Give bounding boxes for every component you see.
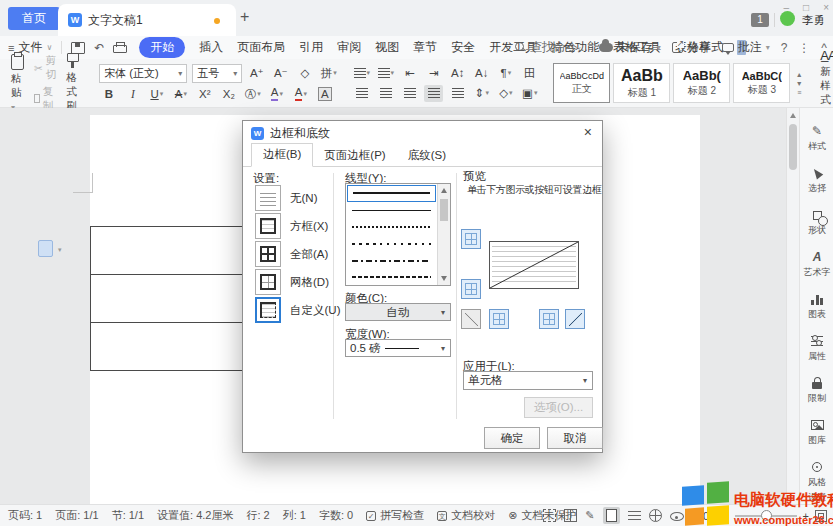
bold-button[interactable]: B: [99, 86, 118, 103]
new-tab-button[interactable]: +: [240, 8, 249, 26]
font-name-select[interactable]: 宋体 (正文)▾: [99, 64, 187, 83]
style-heading1[interactable]: AaBb 标题 1: [613, 63, 670, 103]
line-spacing-button[interactable]: ⇕▾: [472, 85, 491, 102]
sidebar-item-styles[interactable]: ✎样式: [800, 124, 833, 153]
user-name[interactable]: 李勇: [802, 13, 825, 28]
style-heading2[interactable]: AaBb( 标题 2: [673, 63, 730, 103]
share-button[interactable]: 分享: [672, 39, 711, 56]
proofread-button[interactable]: 文文档校对: [437, 508, 495, 523]
grow-font-button[interactable]: A⁺: [247, 65, 266, 82]
dialog-close-button[interactable]: ×: [584, 125, 592, 139]
show-marks-button[interactable]: ¶▾: [496, 65, 515, 82]
more-menu-button[interactable]: ⋮: [798, 41, 810, 55]
char-shading-button[interactable]: A: [315, 86, 334, 103]
diagonal-down-border-button[interactable]: [565, 309, 585, 329]
scrollbar-thumb[interactable]: [789, 124, 797, 170]
sidebar-item-shapes[interactable]: 形状: [800, 208, 833, 237]
line-style-list[interactable]: [345, 183, 451, 286]
strikethrough-button[interactable]: A▾: [171, 86, 190, 103]
status-word-count[interactable]: 字数: 0: [319, 508, 353, 523]
style-normal[interactable]: AaBbCcDd 正文: [553, 63, 610, 103]
border-preview-box[interactable]: [489, 241, 579, 289]
subscript-button[interactable]: X₂: [219, 86, 238, 103]
sidebar-item-chart[interactable]: 图表: [800, 292, 833, 321]
gallery-more-button[interactable]: ≡: [797, 89, 801, 96]
pinyin-guide-button[interactable]: 拼▾: [319, 65, 338, 82]
spellcheck-button[interactable]: ✓拼写检查: [366, 508, 424, 523]
dialog-titlebar[interactable]: W 边框和底纹: [243, 121, 602, 145]
outline-view-icon[interactable]: [628, 511, 641, 522]
ribbon-tab-section[interactable]: 章节: [413, 39, 437, 56]
distribute-button[interactable]: [448, 85, 467, 102]
undo-icon[interactable]: ↶: [94, 42, 104, 54]
line-style-dash-dense[interactable]: [347, 269, 436, 286]
apply-to-select[interactable]: 单元格 ▾: [463, 371, 593, 390]
font-size-select[interactable]: 五号▾: [192, 64, 242, 83]
sidebar-item-gallery[interactable]: 图库: [800, 418, 833, 447]
sidebar-item-properties[interactable]: 属性: [800, 334, 833, 363]
diagonal-up-border-button[interactable]: [461, 309, 481, 329]
line-style-dashed[interactable]: [347, 235, 436, 252]
help-button[interactable]: ?: [781, 41, 788, 55]
scrollbar-thumb[interactable]: [440, 199, 448, 221]
sort-button[interactable]: A↓: [472, 65, 491, 82]
ribbon-tab-references[interactable]: 引用: [299, 39, 323, 56]
superscript-button[interactable]: X²: [195, 86, 214, 103]
outdent-button[interactable]: ⇤: [400, 65, 419, 82]
gallery-down-button[interactable]: ▼: [796, 80, 803, 87]
line-style-dash-dot[interactable]: [347, 252, 436, 269]
width-select[interactable]: 0.5 磅 ▾: [345, 339, 451, 357]
line-style-dotted[interactable]: [347, 219, 436, 236]
new-style-button[interactable]: A̲A 新样式 ▾: [814, 59, 833, 107]
save-status[interactable]: 未保存 ▾: [599, 39, 661, 56]
ribbon-tab-security[interactable]: 安全: [451, 39, 475, 56]
scroll-down-icon[interactable]: [441, 276, 447, 281]
bullet-list-button[interactable]: ▾: [352, 65, 371, 82]
align-right-button[interactable]: [400, 85, 419, 102]
save-icon[interactable]: [71, 42, 85, 54]
document-tab[interactable]: W 文字文稿1: [58, 4, 236, 36]
shading-button[interactable]: ◇▾: [496, 85, 515, 102]
style-heading3[interactable]: AaBbC( 标题 3: [733, 63, 790, 103]
ribbon-tab-review[interactable]: 审阅: [337, 39, 361, 56]
user-avatar[interactable]: [780, 11, 795, 26]
top-border-button[interactable]: [461, 229, 481, 249]
command-search[interactable]: 查找命令...: [515, 39, 588, 56]
tab-shading[interactable]: 底纹(S): [397, 145, 457, 167]
paste-options-icon[interactable]: [38, 240, 53, 257]
italic-button[interactable]: I: [123, 86, 142, 103]
sidebar-item-restrict[interactable]: 限制: [800, 376, 833, 405]
right-border-button[interactable]: [539, 309, 559, 329]
column-view-icon[interactable]: [564, 509, 577, 522]
insert-table-button[interactable]: 田: [520, 65, 539, 82]
align-center-button[interactable]: [376, 85, 395, 102]
font-color-button[interactable]: A▾: [291, 86, 310, 103]
setting-custom[interactable]: 自定义(U): [255, 297, 340, 323]
paste-button[interactable]: 粘贴 ▾: [5, 54, 30, 112]
justify-button[interactable]: [424, 85, 443, 102]
ribbon-tab-page-layout[interactable]: 页面布局: [237, 39, 285, 56]
left-border-button[interactable]: [489, 309, 509, 329]
print-icon[interactable]: [113, 45, 127, 53]
line-style-scrollbar[interactable]: [437, 184, 450, 285]
ribbon-tab-insert[interactable]: 插入: [199, 39, 223, 56]
sidebar-item-wordart[interactable]: A艺术字: [800, 250, 833, 279]
ink-view-icon[interactable]: ✎: [585, 510, 594, 521]
maximize-button[interactable]: □: [803, 2, 809, 13]
text-effects-button[interactable]: Ⓐ▾: [243, 86, 262, 103]
setting-all[interactable]: 全部(A): [255, 241, 328, 267]
web-view-icon[interactable]: [649, 509, 662, 522]
numbered-list-button[interactable]: ▾: [376, 65, 395, 82]
bottom-border-button[interactable]: [461, 279, 481, 299]
sidebar-item-select[interactable]: 选择: [800, 166, 833, 195]
comment-button[interactable]: 批注 ▾: [722, 39, 770, 56]
scroll-up-icon[interactable]: [441, 188, 447, 193]
align-left-button[interactable]: [352, 85, 371, 102]
indent-button[interactable]: ⇥: [424, 65, 443, 82]
line-style-solid-thick[interactable]: [347, 185, 436, 202]
tab-borders[interactable]: 边框(B): [251, 143, 313, 167]
tab-page-border[interactable]: 页面边框(P): [313, 145, 396, 167]
setting-box[interactable]: 方框(X): [255, 213, 328, 239]
underline-button[interactable]: U▾: [147, 86, 166, 103]
color-select[interactable]: 自动 ▾: [345, 303, 451, 321]
